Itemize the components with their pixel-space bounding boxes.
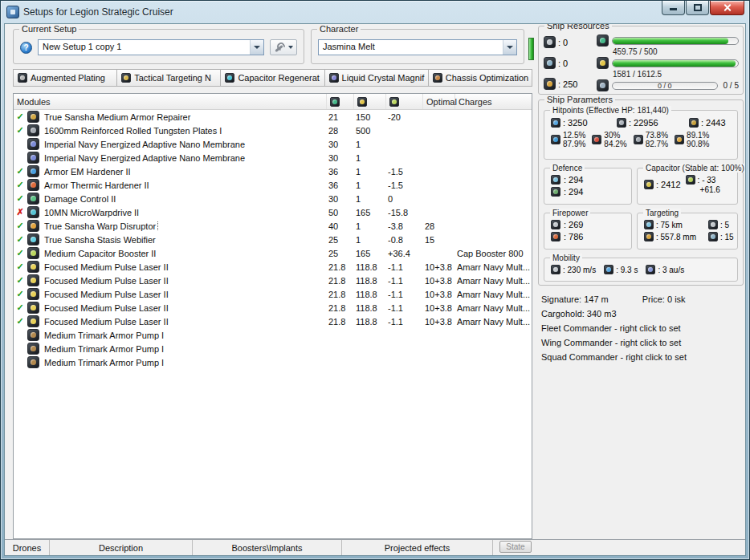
thermic-hardener-icon: [27, 179, 39, 191]
character-label: Character: [317, 24, 361, 34]
module-name: Focused Medium Pulse Laser II: [43, 317, 326, 327]
subsystem-tabs: Augmented Plating Tactical Targeting N C…: [13, 69, 532, 87]
module-powergrid-value: 1: [353, 194, 385, 204]
subsystem-tab-electronics[interactable]: Tactical Targeting N: [116, 69, 221, 87]
defence-group: Defence : 294 : 294: [544, 168, 632, 205]
module-cap-value: -20: [385, 112, 422, 122]
setup-select[interactable]: New Setup 1 copy 1: [38, 39, 264, 55]
sensor-strength-icon: [708, 232, 718, 241]
module-row[interactable]: ✓ True Sansha Stasis Webifier 25 1 -0.8 …: [14, 233, 532, 246]
pulse-laser-icon: [27, 288, 39, 300]
armor-plate-icon: [27, 124, 39, 136]
modules-header-optimal: Optimal: [423, 94, 455, 109]
subsystem-tab-propulsion[interactable]: Chassis Optimization: [428, 69, 532, 87]
module-optimal-value: 10+3.8: [422, 303, 454, 313]
subsystem-icon: [329, 73, 339, 83]
powergrid-bar-row: [597, 57, 739, 69]
setup-select-value: New Setup 1 copy 1: [39, 40, 250, 55]
module-row[interactable]: ✓ 1600mm Reinforced Rolled Tungsten Plat…: [14, 124, 532, 137]
bottom-tab-bar: Drones Description Boosters\Implants Pro…: [5, 539, 745, 555]
module-name: Focused Medium Pulse Laser II: [43, 276, 326, 286]
subsystem-tab-engineering[interactable]: Capacitor Regenerat: [220, 69, 324, 87]
module-row[interactable]: ✗ 10MN MicroWarpdrive II 50 165 -15.8: [14, 205, 532, 219]
module-powergrid-value: 118.8: [353, 276, 385, 286]
module-name: Focused Medium Pulse Laser II: [43, 290, 326, 299]
mobility-title: Mobility: [550, 254, 582, 262]
module-name: Medium Trimark Armor Pump I: [43, 358, 326, 367]
drone-bandwidth-text: 0 / 0: [613, 83, 717, 89]
setup-tools-button[interactable]: [270, 39, 297, 55]
module-row[interactable]: ✓ True Sansha Medium Armor Repairer 21 1…: [14, 110, 532, 124]
module-row[interactable]: ✓ Medium Capacitor Booster II 25 165 +36…: [14, 246, 532, 260]
titlebar[interactable]: Setups for Legion Strategic Cruiser: [4, 2, 746, 22]
align-time: : 9.3 s: [604, 265, 638, 274]
price-text: Price: 0 isk: [642, 292, 686, 306]
module-charges-value: Amarr Navy Mult...: [454, 303, 532, 313]
module-row[interactable]: ✓ Armor Thermic Hardener II 36 1 -1.5: [14, 178, 532, 192]
close-button[interactable]: [710, 1, 744, 15]
module-row[interactable]: ✓ True Sansha Warp Disruptor 40 1 -3.8 2…: [14, 219, 532, 233]
module-cpu-value: 21.8: [326, 262, 353, 272]
module-row[interactable]: ✓ Focused Medium Pulse Laser II 21.8 118…: [14, 274, 532, 287]
kinetic-resist-icon: [634, 135, 643, 144]
module-status-icon: ✓: [14, 193, 26, 204]
max-targets: : 5: [708, 220, 734, 229]
minimize-icon: [670, 8, 677, 10]
minimize-button[interactable]: [662, 1, 685, 15]
module-powergrid-value: 1: [353, 181, 385, 190]
module-status-icon: ✓: [14, 262, 26, 272]
module-name: Medium Trimark Armor Pump I: [43, 344, 326, 354]
calibration: : 250: [544, 78, 590, 90]
module-row[interactable]: Medium Trimark Armor Pump I: [14, 342, 532, 355]
module-row[interactable]: ✓ Focused Medium Pulse Laser II 21.8 118…: [14, 314, 532, 328]
subsystem-tab-defensive[interactable]: Augmented Plating: [13, 69, 117, 87]
client-area: Current Setup New Setup 1 copy 1 Charact…: [4, 23, 746, 556]
wrench-icon: [274, 42, 286, 53]
module-row[interactable]: Imperial Navy Energized Adaptive Nano Me…: [14, 137, 532, 151]
fleet-commander-text[interactable]: Fleet Commander - right click to set: [541, 321, 745, 335]
tab-description[interactable]: Description: [50, 540, 193, 555]
tab-drones[interactable]: Drones: [5, 540, 50, 555]
module-row[interactable]: Medium Trimark Armor Pump I: [14, 355, 532, 369]
calibration-icon: [544, 78, 556, 90]
module-cap-value: -3.8: [385, 221, 422, 231]
state-button[interactable]: State: [499, 541, 532, 553]
character-select[interactable]: Jasmina Melt: [318, 39, 517, 55]
module-name: Imperial Navy Energized Adaptive Nano Me…: [43, 153, 326, 163]
defence-passive-icon: [551, 175, 560, 185]
pulse-laser-icon: [27, 274, 39, 286]
subsystem-tab-offensive[interactable]: Liquid Crystal Magnif: [324, 69, 429, 87]
squad-commander-text[interactable]: Squad Commander - right click to set: [541, 350, 745, 364]
capacitor-booster-icon: [27, 247, 39, 259]
module-status-icon: ✓: [14, 112, 26, 122]
window-title: Setups for Legion Strategic Cruiser: [23, 6, 173, 18]
help-icon[interactable]: [20, 42, 32, 54]
module-cap-value: +36.4: [385, 249, 422, 258]
module-cpu-value: 21.8: [326, 303, 353, 313]
module-powergrid-value: 1: [353, 235, 385, 245]
ship-parameters-title: Ship Parameters: [544, 95, 615, 104]
module-row[interactable]: Medium Trimark Armor Pump I: [14, 328, 532, 342]
wing-commander-text[interactable]: Wing Commander - right click to set: [541, 335, 745, 350]
structure-hp-value: : 2443: [701, 118, 726, 128]
tab-boosters-implants[interactable]: Boosters\Implants: [193, 540, 342, 555]
module-row[interactable]: ✓ Damage Control II 30 1 0: [14, 192, 532, 205]
subsystem-tab-label: Liquid Crystal Magnif: [342, 73, 425, 83]
tab-projected-effects[interactable]: Projected effects: [342, 540, 493, 555]
module-row[interactable]: ✓ Focused Medium Pulse Laser II 21.8 118…: [14, 301, 532, 314]
module-cpu-value: 25: [326, 235, 353, 245]
max-velocity-value: : 230 m/s: [563, 266, 596, 274]
module-charges-value: Cap Booster 800: [454, 249, 532, 258]
crosshair-icon: [708, 220, 718, 229]
maximize-button[interactable]: [686, 1, 709, 15]
module-status-icon: ✓: [14, 289, 26, 299]
em-armor-resist: 87.9%: [563, 140, 585, 148]
shield-icon: [551, 118, 560, 128]
module-row[interactable]: ✓ Armor EM Hardener II 36 1 -1.5: [14, 164, 532, 178]
module-row[interactable]: ✓ Focused Medium Pulse Laser II 21.8 118…: [14, 260, 532, 274]
upgrade-slots-text: 0 / 5: [721, 81, 739, 90]
module-cap-value: -0.8: [385, 235, 422, 245]
module-row[interactable]: Imperial Navy Energized Adaptive Nano Me…: [14, 151, 532, 164]
module-row[interactable]: ✓ Focused Medium Pulse Laser II 21.8 118…: [14, 287, 532, 301]
powergrid-icon: [357, 97, 367, 107]
